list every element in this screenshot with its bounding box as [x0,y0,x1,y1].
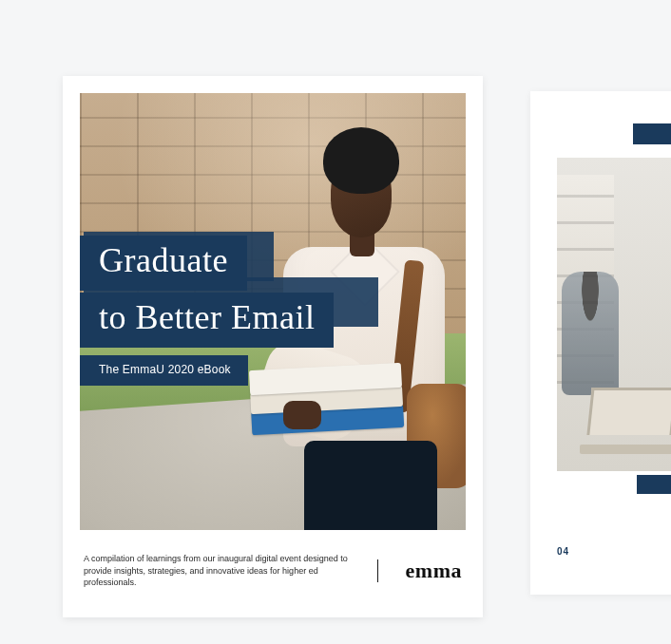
cover-footer: A compilation of learnings from our inau… [84,545,462,597]
cover-title-block: Graduate to Better Email The EmmaU 2020 … [80,236,466,386]
page-number: 04 [557,546,569,557]
ebook-cover-page: Graduate to Better Email The EmmaU 2020 … [63,76,483,617]
cover-title-line2: to Better Email [80,293,334,348]
brand-logo-text: emma [406,559,462,583]
footer-divider [377,559,378,582]
cover-photo: Graduate to Better Email The EmmaU 2020 … [80,93,466,530]
ebook-inner-page: 04 [530,91,671,595]
inner-photo [557,158,671,471]
cover-blurb: A compilation of learnings from our inau… [84,553,350,589]
accent-stripe-top [633,123,671,144]
cover-subtitle: The EmmaU 2020 eBook [80,355,248,386]
cover-title-line1: Graduate [80,236,247,291]
accent-stripe-bottom [637,475,671,494]
